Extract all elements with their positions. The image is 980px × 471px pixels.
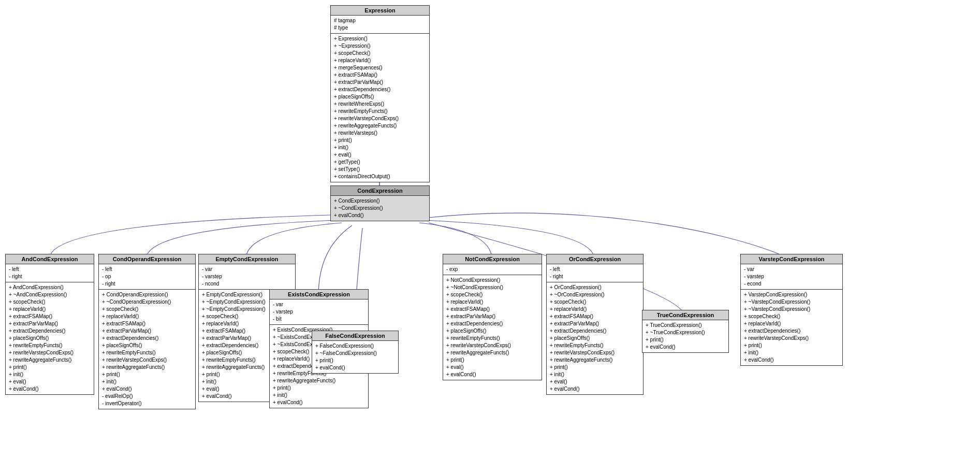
class-existscondexpression-attributes: - var - varstep - bit <box>270 299 368 325</box>
class-truecondexpression-methods: + TrueCondExpression() + ~TrueCondExpres… <box>642 320 728 352</box>
class-andcondexpression: AndCondExpression - left - right + AndCo… <box>5 254 94 395</box>
class-andcondexpression-attributes: - left - right <box>6 264 94 282</box>
class-emptycondexpression-header: EmptyCondExpression <box>199 254 295 264</box>
class-condexpression-header: CondExpression <box>331 186 429 196</box>
class-notcondexpression-attributes: - exp <box>443 264 542 275</box>
class-notcondexpression-methods: + NotCondExpression() + ~NotCondExpressi… <box>443 275 542 380</box>
class-varstepcondexpression-header: VarstepCondExpression <box>741 254 842 264</box>
class-notcondexpression-header: NotCondExpression <box>443 254 542 264</box>
class-truecondexpression-header: TrueCondExpression <box>642 310 728 320</box>
class-andcondexpression-header: AndCondExpression <box>6 254 94 264</box>
class-falsecondexpression: FalseCondExpression + FalseCondExpressio… <box>312 331 399 374</box>
class-condoperandexpression-methods: + CondOperandExpression() + ~CondOperand… <box>99 290 195 409</box>
class-condexpression: CondExpression + CondExpression() + ~Con… <box>330 185 430 221</box>
class-expression-methods: + Expression() + ~Expression() + scopeCh… <box>331 34 429 182</box>
class-falsecondexpression-header: FalseCondExpression <box>312 331 398 341</box>
class-condoperandexpression: CondOperandExpression - left - op - righ… <box>98 254 196 409</box>
diagram-container: Expression # tagmap # type + Expression(… <box>0 0 980 471</box>
class-existscondexpression-header: ExistsCondExpression <box>270 290 368 299</box>
class-varstepcondexpression-methods: + VarstepCondExpression() + ~VarstepCond… <box>741 290 842 365</box>
class-expression-header: Expression <box>331 6 429 16</box>
class-truecondexpression: TrueCondExpression + TrueCondExpression(… <box>642 310 729 353</box>
class-condexpression-methods: + CondExpression() + ~CondExpression() +… <box>331 196 429 221</box>
class-emptycondexpression-attributes: - var - varstep - ncond <box>199 264 295 290</box>
class-expression: Expression # tagmap # type + Expression(… <box>330 5 430 182</box>
class-orcondexpression: OrCondExpression - left - right + OrCond… <box>546 254 643 395</box>
class-andcondexpression-methods: + AndCondExpression() + ~AndCondExpressi… <box>6 282 94 394</box>
class-varstepcondexpression-attributes: - var - varstep - econd <box>741 264 842 290</box>
class-orcondexpression-methods: + OrCondExpression() + ~OrCondExpression… <box>547 282 643 394</box>
class-condoperandexpression-attributes: - left - op - right <box>99 264 195 290</box>
class-expression-attributes: # tagmap # type <box>331 16 429 34</box>
class-orcondexpression-header: OrCondExpression <box>547 254 643 264</box>
class-falsecondexpression-methods: + FalseCondExpression() + ~FalseCondExpr… <box>312 341 398 373</box>
class-condoperandexpression-header: CondOperandExpression <box>99 254 195 264</box>
class-notcondexpression: NotCondExpression - exp + NotCondExpress… <box>443 254 542 380</box>
class-orcondexpression-attributes: - left - right <box>547 264 643 282</box>
class-varstepcondexpression: VarstepCondExpression - var - varstep - … <box>740 254 843 366</box>
